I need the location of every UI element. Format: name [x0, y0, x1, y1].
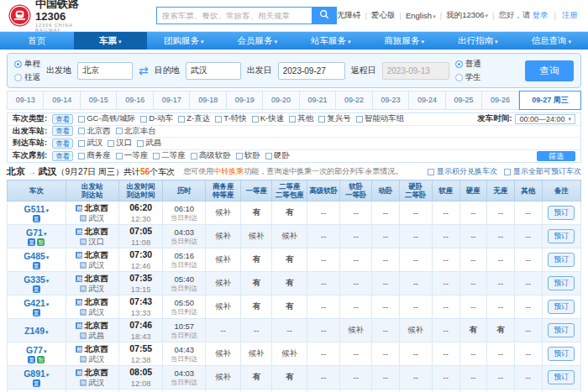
train-number-link[interactable]: G335: [24, 274, 45, 285]
seat-cell[interactable]: 候补: [206, 225, 241, 248]
date-tab-09-13[interactable]: 09-13: [7, 91, 44, 110]
checkbox-icon[interactable]: [78, 153, 85, 159]
checkbox-icon[interactable]: [116, 128, 123, 134]
view-toggle[interactable]: 查看: [52, 139, 73, 149]
to-station-input[interactable]: [186, 62, 241, 80]
nav-item-1[interactable]: 车票▾: [74, 32, 148, 50]
train-number-link[interactable]: G891: [24, 368, 45, 379]
checkbox-icon[interactable]: [108, 140, 114, 147]
chevron-down-icon[interactable]: ▾: [44, 231, 47, 237]
display-toggle-0[interactable]: 显示积分兑换车次: [428, 166, 497, 177]
filter-option[interactable]: 商务座: [78, 150, 111, 161]
view-toggle[interactable]: 查看: [52, 126, 73, 136]
checkbox-icon[interactable]: [178, 116, 185, 123]
book-button[interactable]: 预订: [548, 300, 575, 314]
seat-cell[interactable]: 候补: [399, 319, 432, 342]
date-tab-09-18[interactable]: 09-18: [190, 91, 226, 110]
seat-cell[interactable]: 有: [487, 319, 515, 342]
date-tab-09-25[interactable]: 09-25: [446, 91, 482, 110]
transfer-link[interactable]: 中转换乘: [213, 167, 244, 175]
checkbox-icon[interactable]: [191, 153, 197, 159]
nav-item-5[interactable]: 商旅服务▾: [368, 32, 442, 50]
book-button[interactable]: 预订: [548, 253, 575, 267]
chevron-down-icon[interactable]: ▾: [46, 301, 50, 307]
seat-cell[interactable]: 有: [241, 248, 272, 272]
depart-time-select[interactable]: 00:00—24:00▾: [515, 114, 575, 124]
top-link-2[interactable]: English▾: [406, 11, 436, 20]
radio-icon[interactable]: [455, 60, 463, 68]
seat-cell[interactable]: 候补: [206, 342, 241, 366]
date-tab-09-15[interactable]: 09-15: [81, 91, 117, 110]
checkbox-icon[interactable]: [137, 140, 144, 147]
seat-cell[interactable]: 有: [241, 201, 272, 225]
filter-option[interactable]: 汉口: [108, 138, 132, 149]
checkbox-icon[interactable]: [140, 116, 147, 123]
register-link[interactable]: 注册: [562, 10, 578, 21]
radio-icon[interactable]: [14, 74, 22, 81]
train-number-link[interactable]: G421: [24, 298, 45, 308]
checkbox-icon[interactable]: [215, 116, 222, 123]
train-number-link[interactable]: G511: [24, 204, 45, 214]
seat-cell[interactable]: 有: [459, 319, 487, 342]
filter-option[interactable]: D-动车: [140, 113, 173, 124]
seat-cell[interactable]: 候补: [206, 295, 241, 319]
chevron-down-icon[interactable]: ▾: [46, 278, 50, 284]
seat-cell[interactable]: 有: [241, 272, 272, 295]
radio-icon[interactable]: [14, 60, 22, 68]
nav-item-6[interactable]: 出行指南▾: [441, 32, 515, 50]
checkbox-icon[interactable]: [252, 116, 259, 123]
seat-cell[interactable]: 有: [272, 295, 307, 319]
checkbox-icon[interactable]: [289, 116, 296, 123]
filter-button[interactable]: 筛选: [537, 151, 575, 162]
filter-option[interactable]: T-特快: [215, 113, 246, 124]
date-tab-09-20[interactable]: 09-20: [263, 91, 299, 110]
book-button[interactable]: 预订: [548, 323, 575, 337]
train-number-link[interactable]: G71: [26, 227, 43, 238]
seat-cell[interactable]: 候补: [206, 201, 241, 225]
train-number-link[interactable]: G485: [24, 251, 45, 261]
nav-item-7[interactable]: 信息查询▾: [515, 32, 588, 50]
seat-cell[interactable]: 候补: [206, 272, 241, 295]
filter-option[interactable]: 一等座: [116, 150, 149, 161]
seat-cell[interactable]: 有: [241, 366, 272, 389]
seat-cell[interactable]: 候补: [272, 225, 307, 248]
filter-option[interactable]: 软卧: [236, 150, 260, 161]
trip-type-option-1[interactable]: 往返: [14, 72, 40, 83]
book-button[interactable]: 预订: [548, 347, 575, 361]
filter-option[interactable]: 硬卧: [265, 150, 290, 161]
checkbox-icon[interactable]: [78, 116, 85, 123]
book-button[interactable]: 预订: [548, 229, 575, 243]
filter-option[interactable]: 武昌: [137, 138, 161, 149]
filter-option[interactable]: 智能动车组: [356, 113, 405, 124]
train-number-link[interactable]: Z149: [24, 326, 45, 336]
from-station-input[interactable]: [77, 62, 133, 80]
top-link-0[interactable]: 无障碍: [337, 10, 361, 21]
seat-cell[interactable]: 候补: [241, 225, 272, 248]
filter-option[interactable]: 高级软卧: [191, 150, 231, 161]
seat-cell[interactable]: 有: [272, 272, 307, 295]
seat-cell[interactable]: 有: [272, 201, 307, 225]
radio-icon[interactable]: [455, 74, 463, 81]
checkbox-icon[interactable]: [318, 116, 325, 123]
seat-cell[interactable]: 有: [272, 248, 307, 272]
seat-cell[interactable]: 有: [272, 366, 307, 389]
date-tab-09-21[interactable]: 09-21: [300, 91, 336, 110]
top-link-1[interactable]: 爱心版: [371, 10, 396, 21]
login-link[interactable]: 登录: [533, 10, 549, 21]
checkbox-icon[interactable]: [504, 169, 511, 175]
checkbox-icon[interactable]: [265, 153, 272, 159]
date-tab-09-17[interactable]: 09-17: [154, 91, 190, 110]
filter-option[interactable]: 二等座: [153, 150, 186, 161]
view-toggle[interactable]: 查看: [52, 151, 73, 161]
chevron-down-icon[interactable]: ▾: [46, 372, 50, 378]
checkbox-icon[interactable]: [153, 153, 160, 159]
top-link-3[interactable]: 我的12306▾: [446, 10, 488, 21]
chevron-down-icon[interactable]: ▾: [46, 254, 50, 260]
nav-item-0[interactable]: 首页: [0, 32, 74, 50]
seat-cell[interactable]: 候补: [241, 342, 272, 366]
date-tab-09-23[interactable]: 09-23: [373, 91, 409, 110]
checkbox-icon[interactable]: [78, 128, 85, 134]
nav-item-4[interactable]: 站车服务▾: [294, 32, 368, 50]
date-tab-09-27-周三[interactable]: 09-27 周三: [519, 91, 581, 110]
logo[interactable]: 中国铁路12306 12306 CHINA RAILWAY: [8, 0, 97, 33]
